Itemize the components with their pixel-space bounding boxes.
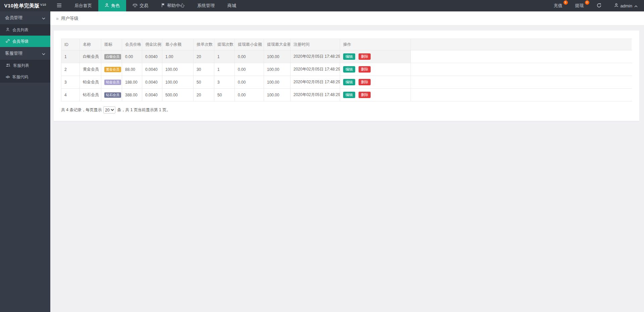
sidebar-group-label: 客服管理 [5, 50, 22, 56]
level-badge: 铂金会员 [104, 80, 121, 85]
col-header-name: 名称 [80, 39, 101, 50]
table-body: 1 白银会员 白银会员 0.00 0.0040 1.00 20 1 0.00 1… [61, 50, 632, 101]
withdraw-label: 提现 [575, 3, 584, 9]
nav-item-system[interactable]: 系统管理 [191, 0, 221, 11]
user-menu[interactable]: admin [608, 0, 644, 11]
cell-min-balance: 500.00 [162, 89, 194, 101]
cell-id: 1 [61, 50, 80, 63]
cell-min-balance: 1.00 [162, 50, 194, 63]
cell-filler [411, 63, 632, 76]
cell-commission: 0.0040 [142, 63, 162, 76]
edit-button[interactable]: 编辑 [343, 66, 355, 73]
nav-item-label: 商城 [227, 3, 236, 9]
recharge-label: 充值 [554, 3, 562, 9]
chevron-down-icon [42, 15, 45, 20]
sidebar-toggle-button[interactable] [50, 0, 68, 11]
cell-withdraw-times: 1 [214, 50, 235, 63]
cell-commission: 0.0040 [142, 76, 162, 89]
sidebar-group-service-management[interactable]: 客服管理 [0, 47, 50, 60]
nav-item-home[interactable]: 后台首页 [68, 0, 98, 11]
person-icon [614, 3, 619, 8]
refresh-button[interactable] [590, 0, 608, 11]
sidebar-item-service-code[interactable]: </> 客服代码 [0, 71, 50, 83]
pagination-pages: 条，共 1 页当前显示第 1 页。 [117, 107, 170, 113]
delete-button[interactable]: 删除 [359, 92, 371, 98]
pagination-summary: 共 4 条记录，每页显示 [61, 107, 102, 113]
page-size-select[interactable]: 20 [103, 106, 115, 114]
chevron-down-icon [42, 51, 45, 56]
cell-name: 白银会员 [80, 50, 101, 63]
cell-name: 铂金会员 [80, 76, 101, 89]
cell-withdraw-min: 0.00 [235, 50, 264, 63]
cell-icon: 白银会员 [101, 50, 122, 63]
app-logo-text: V10抢单完美版 [4, 3, 40, 9]
delete-button[interactable]: 删除 [359, 53, 371, 60]
sidebar-item-label: 客服代码 [12, 74, 28, 80]
recharge-button[interactable]: 充值 5 [547, 0, 569, 11]
scales-icon [132, 3, 138, 8]
cell-withdraw-times: 1 [214, 63, 235, 76]
nav-item-trade[interactable]: 交易 [126, 0, 155, 11]
topbar-right: 充值 5 提现 0 admin [547, 0, 644, 11]
nav-item-label: 后台首页 [74, 3, 92, 9]
sidebar-item-member-level[interactable]: 会员等级 [0, 36, 50, 47]
username: admin [621, 3, 632, 8]
cell-name: 黄金会员 [80, 63, 101, 76]
withdraw-button[interactable]: 提现 0 [569, 0, 590, 11]
col-header-reg-time: 注册时间 [290, 39, 340, 50]
code-icon: </> [6, 75, 9, 79]
table-row: 4 钻石会员 钻石会员 388.00 0.0040 500.00 20 50 0… [61, 89, 632, 101]
cell-withdraw-max: 100.00 [264, 50, 290, 63]
sidebar-item-service-list[interactable]: 客服列表 [0, 60, 50, 71]
table-row: 2 黄金会员 黄金会员 88.00 0.0040 100.00 30 1 0.0… [61, 63, 632, 76]
cell-id: 2 [61, 63, 80, 76]
refresh-icon [597, 3, 601, 9]
cell-name: 钻石会员 [80, 89, 101, 101]
delete-button[interactable]: 删除 [359, 66, 371, 73]
breadcrumb-arrow-icon: » [56, 16, 59, 21]
col-header-commission: 佣金比例 [142, 39, 162, 50]
edit-button[interactable]: 编辑 [343, 92, 355, 98]
cell-withdraw-min: 0.00 [235, 76, 264, 89]
table-header-row: ID 名称 图标 会员价格 佣金比例 最小余额 接单次数 提现次数 提现最小金额… [61, 39, 632, 50]
col-header-min-balance: 最小余额 [162, 39, 194, 50]
flag-icon [161, 3, 165, 8]
cell-reg-time: 2020年02月05日 17:48:29 [290, 63, 340, 76]
cell-price: 88.00 [122, 63, 142, 76]
edit-button[interactable]: 编辑 [343, 53, 355, 60]
col-header-id: ID [61, 39, 80, 50]
breadcrumb: » 用户等级 [50, 11, 644, 26]
col-header-order-times: 接单次数 [194, 39, 214, 50]
cell-order-times: 30 [194, 63, 214, 76]
cell-price: 188.00 [122, 76, 142, 89]
app-logo: V10抢单完美版 V10 [0, 0, 50, 11]
edit-button[interactable]: 编辑 [343, 79, 355, 85]
sidebar-item-member-list[interactable]: 会员列表 [0, 24, 50, 36]
chevron-up-icon [634, 3, 638, 8]
col-header-withdraw-max: 提现最大金额 [264, 39, 290, 50]
cell-order-times: 20 [194, 89, 214, 101]
cell-icon: 钻石会员 [101, 89, 122, 101]
delete-button[interactable]: 删除 [359, 79, 371, 85]
cell-withdraw-times: 50 [214, 89, 235, 101]
nav-item-roles[interactable]: 角色 [98, 0, 126, 11]
recharge-count-badge: 5 [564, 0, 568, 5]
sidebar-group-member-management[interactable]: 会员管理 [0, 11, 50, 24]
user-level-table: ID 名称 图标 会员价格 佣金比例 最小余额 接单次数 提现次数 提现最小金额… [61, 39, 632, 101]
nav-item-help-center[interactable]: 帮助中心 [155, 0, 191, 11]
cell-withdraw-max: 100.00 [264, 76, 290, 89]
table-row: 1 白银会员 白银会员 0.00 0.0040 1.00 20 1 0.00 1… [61, 50, 632, 63]
level-badge: 钻石会员 [104, 92, 121, 98]
sidebar-item-label: 客服列表 [13, 63, 29, 69]
user-icon [6, 28, 10, 33]
level-badge: 黄金会员 [104, 67, 121, 72]
nav-item-mall[interactable]: 商城 [221, 0, 243, 11]
cell-reg-time: 2020年02月05日 17:48:29 [290, 50, 340, 63]
sidebar-item-label: 会员等级 [12, 39, 29, 44]
cell-filler [411, 89, 632, 101]
cell-withdraw-max: 100.00 [264, 63, 290, 76]
users-icon [6, 63, 10, 68]
cell-withdraw-max: 100.00 [264, 89, 290, 101]
cell-order-times: 50 [194, 76, 214, 89]
main-content: » 用户等级 ID 名称 图标 会员价格 佣金比例 最小余额 接单次数 提现 [50, 11, 644, 312]
